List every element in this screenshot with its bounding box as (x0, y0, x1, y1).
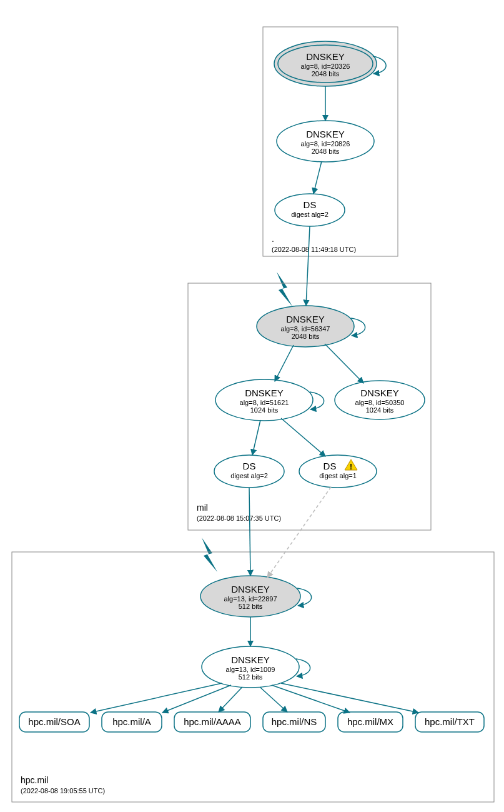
svg-text:alg=8, id=56347: alg=8, id=56347 (281, 325, 330, 333)
edge-zsk-aaaa (219, 687, 242, 712)
svg-point-24 (214, 455, 284, 488)
zone-label-mil: mil (197, 503, 208, 513)
svg-text:alg=13, id=22897: alg=13, id=22897 (224, 595, 277, 603)
node-root-zsk: DNSKEY alg=8, id=20826 2048 bits (277, 121, 374, 162)
delegation-arrow-mil-hpc (202, 538, 217, 572)
svg-text:512 bits: 512 bits (239, 603, 263, 610)
edge-mil-ksk-zsk2 (325, 344, 363, 383)
svg-text:alg=8, id=20826: alg=8, id=20826 (301, 140, 350, 148)
svg-text:DNSKEY: DNSKEY (360, 388, 399, 398)
svg-point-9 (275, 194, 345, 226)
edge-mil-zsk1-ds2 (281, 418, 325, 456)
edge-mil-zsk1-ds1 (252, 420, 260, 455)
record-a: hpc.mil/A (102, 712, 162, 732)
zone-ts-mil: (2022-08-08 15:07:35 UTC) (197, 514, 281, 522)
record-soa: hpc.mil/SOA (19, 712, 89, 732)
svg-text:!: ! (350, 463, 352, 471)
svg-text:hpc.mil/TXT: hpc.mil/TXT (425, 716, 475, 727)
zone-ts-root: (2022-08-08 11:49:18 UTC) (272, 246, 356, 253)
svg-text:DNSKEY: DNSKEY (231, 654, 270, 665)
svg-text:hpc.mil/A: hpc.mil/A (112, 716, 151, 727)
svg-text:digest alg=1: digest alg=1 (319, 472, 357, 479)
svg-text:hpc.mil/AAAA: hpc.mil/AAAA (184, 716, 241, 727)
edge-zsk-soa (91, 683, 222, 713)
svg-text:2048 bits: 2048 bits (312, 70, 340, 78)
svg-text:DNSKEY: DNSKEY (231, 584, 270, 594)
zone-label-hpc: hpc.mil (21, 775, 48, 785)
svg-text:2048 bits: 2048 bits (312, 148, 340, 155)
svg-point-27 (299, 455, 377, 488)
svg-text:DNSKEY: DNSKEY (286, 314, 325, 324)
svg-text:DS: DS (304, 199, 317, 210)
node-root-ksk: DNSKEY alg=8, id=20326 2048 bits (274, 41, 377, 86)
svg-text:512 bits: 512 bits (239, 673, 263, 681)
node-mil-zsk1: DNSKEY alg=8, id=51621 1024 bits (215, 379, 313, 421)
svg-text:DNSKEY: DNSKEY (306, 129, 345, 139)
record-aaaa: hpc.mil/AAAA (174, 712, 250, 732)
zone-label-root: . (272, 234, 274, 244)
node-root-ds: DS digest alg=2 (275, 194, 345, 226)
svg-text:DNSKEY: DNSKEY (306, 51, 345, 62)
svg-text:hpc.mil/MX: hpc.mil/MX (347, 716, 393, 727)
edge-root-ds-mil-ksk (306, 226, 310, 306)
node-hpc-zsk: DNSKEY alg=13, id=1009 512 bits (202, 646, 299, 688)
record-txt: hpc.mil/TXT (415, 712, 484, 732)
svg-text:alg=13, id=1009: alg=13, id=1009 (226, 666, 275, 673)
svg-text:alg=8, id=20326: alg=8, id=20326 (301, 63, 350, 70)
svg-text:DS: DS (243, 461, 256, 471)
node-hpc-ksk: DNSKEY alg=13, id=22897 512 bits (200, 576, 300, 617)
svg-text:hpc.mil/NS: hpc.mil/NS (272, 716, 317, 727)
edge-mil-ksk-zsk1 (275, 345, 294, 381)
record-ns: hpc.mil/NS (263, 712, 325, 732)
delegation-arrow-root-mil (277, 272, 292, 306)
node-mil-ksk: DNSKEY alg=8, id=56347 2048 bits (257, 306, 354, 347)
svg-text:alg=8, id=50350: alg=8, id=50350 (355, 399, 405, 406)
svg-text:DS: DS (324, 461, 337, 471)
svg-text:1024 bits: 1024 bits (366, 406, 394, 414)
svg-text:hpc.mil/SOA: hpc.mil/SOA (28, 716, 80, 727)
node-mil-zsk2: DNSKEY alg=8, id=50350 1024 bits (335, 381, 425, 419)
edge-zsk-ns (260, 687, 287, 712)
svg-text:alg=8, id=51621: alg=8, id=51621 (240, 399, 289, 406)
edge-zsk-txt (281, 683, 418, 713)
zone-ts-hpc: (2022-08-08 19:05:55 UTC) (21, 787, 105, 794)
node-mil-ds1: DS digest alg=2 (214, 455, 284, 488)
node-mil-ds2: DS digest alg=1 ! (299, 455, 377, 488)
svg-text:digest alg=2: digest alg=2 (230, 472, 268, 479)
edge-root-zsk-ds (314, 161, 322, 194)
record-mx: hpc.mil/MX (338, 712, 403, 732)
svg-text:1024 bits: 1024 bits (250, 406, 279, 414)
edge-mil-ds2-hpc-ksk (267, 487, 331, 578)
edge-mil-ds1-hpc-ksk (249, 488, 250, 576)
svg-text:DNSKEY: DNSKEY (245, 388, 284, 398)
svg-text:2048 bits: 2048 bits (292, 333, 320, 340)
svg-text:digest alg=2: digest alg=2 (291, 211, 329, 218)
dnssec-graph: . (2022-08-08 11:49:18 UTC) DNSKEY alg=8… (0, 0, 504, 812)
